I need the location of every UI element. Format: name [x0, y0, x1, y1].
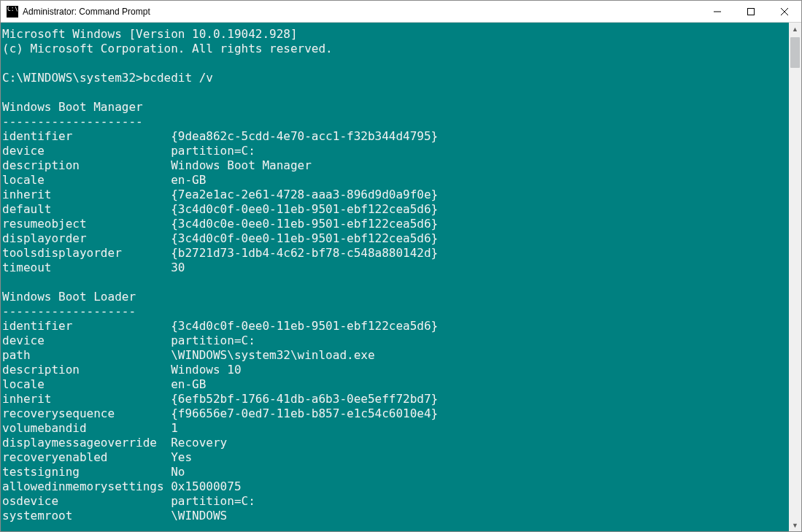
terminal-output[interactable]: Microsoft Windows [Version 10.0.19042.92…: [1, 23, 789, 531]
maximize-icon: [747, 8, 755, 15]
minimize-icon: [714, 8, 721, 15]
window-controls: [701, 1, 801, 22]
close-icon: [781, 8, 788, 15]
maximize-button[interactable]: [734, 1, 768, 22]
scrollbar-arrow-down-icon[interactable]: ▼: [789, 519, 801, 531]
close-button[interactable]: [768, 1, 801, 22]
scrollbar-arrow-up-icon[interactable]: ▲: [789, 23, 801, 35]
terminal-area: Microsoft Windows [Version 10.0.19042.92…: [1, 23, 801, 531]
window-title: Administrator: Command Prompt: [23, 7, 701, 17]
svg-rect-1: [748, 8, 755, 15]
cmd-icon: [7, 6, 18, 18]
scrollbar-thumb[interactable]: [790, 37, 800, 68]
titlebar[interactable]: Administrator: Command Prompt: [1, 1, 801, 23]
minimize-button[interactable]: [701, 1, 734, 22]
scrollbar[interactable]: ▲ ▼: [789, 23, 801, 531]
